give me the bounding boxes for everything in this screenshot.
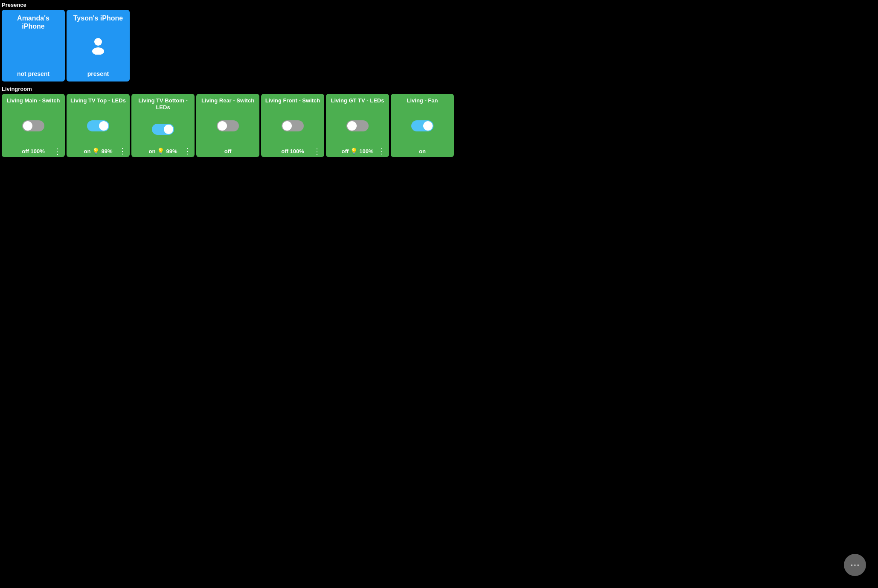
more-btn-1[interactable]: ⋮ bbox=[118, 147, 127, 155]
device-card-living-front-switch: Living Front - Switch off 100% ⋮ bbox=[261, 94, 324, 157]
card-bottom-1: on 💡 99% ⋮ bbox=[69, 148, 127, 154]
device-card-living-main-switch: Living Main - Switch off 100% ⋮ bbox=[2, 94, 65, 157]
presence-status-amanda: not present bbox=[17, 70, 49, 77]
card-bottom-2: on 💡 99% ⋮ bbox=[134, 148, 192, 154]
bulb-icon-5: 💡 bbox=[350, 148, 358, 154]
svg-point-0 bbox=[94, 38, 102, 46]
toggle-knob-4 bbox=[282, 121, 292, 131]
status-4: off 100% bbox=[281, 148, 304, 154]
card-bottom-6: on bbox=[393, 148, 451, 154]
status-2: on bbox=[149, 148, 156, 154]
livingroom-section: Livingroom Living Main - Switch off 100%… bbox=[0, 84, 572, 160]
device-title-2: Living TV Bottom - LEDs bbox=[134, 97, 192, 111]
pct-5: 100% bbox=[359, 148, 373, 154]
bulb-icon-1: 💡 bbox=[92, 148, 99, 154]
device-title-6: Living - Fan bbox=[407, 97, 438, 104]
status-3: off bbox=[224, 148, 232, 154]
presence-section: Presence Amanda's iPhone not present Tys… bbox=[0, 0, 572, 84]
card-bottom-0: off 100% ⋮ bbox=[4, 148, 62, 154]
device-title-5: Living GT TV - LEDs bbox=[331, 97, 384, 104]
pct-1: 99% bbox=[101, 148, 112, 154]
toggle-living-main-switch[interactable] bbox=[22, 120, 44, 131]
toggle-living-tv-bottom[interactable] bbox=[152, 124, 174, 135]
status-5: off bbox=[342, 148, 349, 154]
pct-2: 99% bbox=[166, 148, 177, 154]
device-card-living-rear-switch: Living Rear - Switch off bbox=[196, 94, 259, 157]
presence-cards: Amanda's iPhone not present Tyson's iPho… bbox=[2, 10, 570, 82]
toggle-knob-6 bbox=[423, 121, 433, 131]
toggle-living-fan[interactable] bbox=[411, 120, 433, 131]
toggle-knob-1 bbox=[99, 121, 108, 131]
device-title-3: Living Rear - Switch bbox=[201, 97, 254, 104]
presence-card-tyson[interactable]: Tyson's iPhone present bbox=[67, 10, 130, 82]
more-btn-2[interactable]: ⋮ bbox=[183, 147, 192, 155]
livingroom-label: Livingroom bbox=[0, 84, 572, 93]
toggle-knob-0 bbox=[23, 121, 32, 131]
more-btn-5[interactable]: ⋮ bbox=[377, 147, 387, 155]
bulb-icon-2: 💡 bbox=[157, 148, 164, 154]
toggle-knob-3 bbox=[218, 121, 227, 131]
presence-card-amanda[interactable]: Amanda's iPhone not present bbox=[2, 10, 65, 82]
device-title-0: Living Main - Switch bbox=[7, 97, 60, 104]
presence-status-tyson: present bbox=[87, 70, 109, 77]
device-card-living-gt-tv: Living GT TV - LEDs off 💡 100% ⋮ bbox=[326, 94, 389, 157]
toggle-living-tv-top[interactable] bbox=[87, 120, 109, 131]
status-1: on bbox=[84, 148, 91, 154]
device-card-living-tv-top: Living TV Top - LEDs on 💡 99% ⋮ bbox=[67, 94, 130, 157]
toggle-knob-5 bbox=[347, 121, 357, 131]
device-card-living-fan: Living - Fan on bbox=[391, 94, 454, 157]
presence-name-amanda: Amanda's iPhone bbox=[5, 14, 61, 30]
device-cards: Living Main - Switch off 100% ⋮ Living T… bbox=[2, 94, 570, 157]
device-card-living-tv-bottom: Living TV Bottom - LEDs on 💡 99% ⋮ bbox=[131, 94, 195, 157]
toggle-living-rear-switch[interactable] bbox=[217, 120, 239, 131]
card-bottom-4: off 100% ⋮ bbox=[264, 148, 322, 154]
presence-icon-placeholder-amanda bbox=[31, 42, 35, 59]
status-6: on bbox=[419, 148, 426, 154]
toggle-living-gt-tv[interactable] bbox=[346, 120, 369, 131]
person-icon-tyson bbox=[89, 36, 108, 57]
presence-label: Presence bbox=[0, 0, 572, 9]
card-bottom-5: off 💡 100% ⋮ bbox=[329, 148, 387, 154]
presence-name-tyson: Tyson's iPhone bbox=[73, 14, 123, 22]
device-title-1: Living TV Top - LEDs bbox=[70, 97, 126, 104]
svg-point-1 bbox=[92, 47, 104, 55]
card-bottom-3: off bbox=[199, 148, 257, 154]
status-0: off 100% bbox=[22, 148, 44, 154]
device-title-4: Living Front - Switch bbox=[265, 97, 320, 104]
more-btn-4[interactable]: ⋮ bbox=[312, 148, 322, 155]
toggle-knob-2 bbox=[164, 125, 173, 134]
more-btn-0[interactable]: ⋮ bbox=[53, 148, 62, 155]
toggle-living-front-switch[interactable] bbox=[282, 120, 304, 131]
